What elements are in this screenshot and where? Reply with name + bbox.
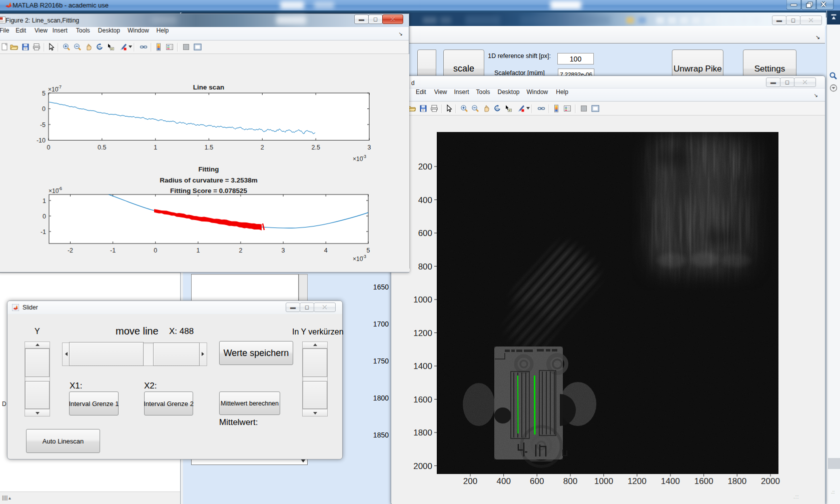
svg-text:3: 3 — [282, 247, 285, 254]
svg-text:2.5: 2.5 — [312, 144, 320, 151]
svg-text:1000: 1000 — [594, 476, 613, 486]
svg-text:-1: -1 — [41, 228, 46, 236]
svg-text:1400: 1400 — [413, 362, 432, 371]
svg-text:-7: -7 — [58, 84, 62, 90]
svg-text:2000: 2000 — [413, 462, 432, 471]
svg-text:2: 2 — [261, 144, 264, 151]
svg-text:600: 600 — [418, 228, 432, 238]
svg-text:1600: 1600 — [694, 476, 713, 486]
svg-text:Fitting: Fitting — [198, 166, 219, 173]
svg-text:2000: 2000 — [761, 476, 780, 486]
svg-text:1: 1 — [43, 198, 46, 204]
svg-text:2: 2 — [239, 247, 243, 254]
svg-text:-5: -5 — [40, 122, 46, 128]
svg-text:-6: -6 — [58, 186, 62, 191]
svg-text:5: 5 — [367, 247, 370, 254]
svg-text:200: 200 — [418, 162, 432, 172]
svg-text:800: 800 — [563, 476, 577, 486]
svg-text:1600: 1600 — [413, 395, 432, 404]
svg-text:Line scan: Line scan — [193, 84, 224, 91]
svg-text:0: 0 — [42, 106, 46, 112]
svg-text:1200: 1200 — [627, 476, 646, 486]
svg-text:0: 0 — [154, 247, 157, 254]
svg-text:-3: -3 — [362, 154, 366, 159]
svg-text:Radius of curvature = 3.2538m: Radius of curvature = 3.2538m — [160, 176, 257, 184]
svg-text:Fitting Score = 0.078525: Fitting Score = 0.078525 — [170, 187, 248, 194]
svg-text:1.5: 1.5 — [205, 144, 213, 151]
svg-text:0.5: 0.5 — [98, 144, 106, 151]
svg-text:×10: ×10 — [49, 188, 59, 194]
svg-text:1: 1 — [196, 247, 200, 254]
svg-text:1: 1 — [154, 144, 157, 151]
svg-text:-3: -3 — [362, 254, 366, 259]
svg-text:1800: 1800 — [413, 428, 432, 438]
svg-text:0: 0 — [43, 213, 46, 220]
svg-text:×10: ×10 — [353, 156, 363, 162]
svg-text:200: 200 — [463, 476, 477, 486]
svg-text:400: 400 — [497, 476, 511, 486]
svg-text:-10: -10 — [37, 137, 46, 144]
svg-text:1200: 1200 — [413, 328, 432, 338]
svg-text:1400: 1400 — [661, 476, 680, 486]
svg-text:-1: -1 — [110, 247, 116, 254]
svg-text:800: 800 — [418, 262, 432, 272]
svg-text:5: 5 — [42, 90, 46, 97]
svg-text:3: 3 — [368, 144, 371, 151]
svg-text:0: 0 — [47, 144, 51, 151]
svg-text:×10: ×10 — [48, 86, 59, 93]
svg-text:600: 600 — [530, 476, 544, 486]
svg-text:×10: ×10 — [353, 256, 363, 262]
svg-text:1000: 1000 — [413, 295, 432, 304]
svg-text:-2: -2 — [68, 247, 73, 254]
svg-text:4: 4 — [324, 247, 328, 254]
svg-text:1800: 1800 — [727, 476, 746, 486]
svg-text:400: 400 — [418, 196, 432, 205]
